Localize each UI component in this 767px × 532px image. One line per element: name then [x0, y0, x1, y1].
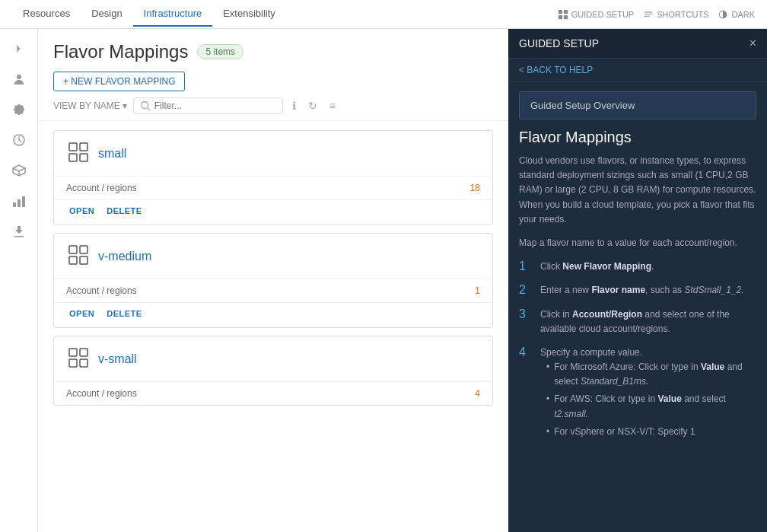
svg-rect-14	[80, 154, 88, 161]
search-box	[133, 97, 283, 114]
svg-rect-20	[80, 349, 88, 356]
flavor-card-vsmall: v-small Account / regions 4	[53, 336, 493, 406]
svg-rect-21	[69, 359, 77, 367]
guided-step-4: 4 Specify a compute value. For Microsoft…	[519, 346, 756, 442]
sidebar-box-icon[interactable]	[5, 157, 33, 184]
sidebar-settings-icon[interactable]	[5, 96, 33, 123]
items-badge: 5 items	[197, 44, 243, 59]
tab-resources[interactable]: Resources	[12, 2, 81, 27]
flavor-name-vmedium[interactable]: v-medium	[98, 250, 151, 263]
guided-setup-panel: GUIDED SETUP × < BACK TO HELP Guided Set…	[508, 29, 767, 532]
account-regions-label: Account / regions	[66, 183, 137, 193]
svg-rect-17	[69, 256, 77, 264]
svg-rect-2	[559, 14, 562, 18]
view-by-button[interactable]: VIEW BY NAME ▾	[53, 100, 127, 111]
list-view-icon[interactable]: ≡	[326, 98, 339, 113]
delete-button-small[interactable]: DELETE	[103, 205, 145, 217]
delete-button-vmedium[interactable]: DELETE	[103, 307, 145, 320]
dark-mode-btn[interactable]: DARK	[718, 9, 755, 20]
new-flavor-mapping-button[interactable]: + NEW FLAVOR MAPPING	[53, 72, 185, 91]
page-title: Flavor Mappings	[53, 41, 188, 62]
svg-rect-16	[80, 246, 88, 253]
sidebar-expand-icon[interactable]	[5, 35, 33, 62]
guided-step-1: 1 Click New Flavor Mapping.	[519, 260, 756, 274]
tab-extensibility[interactable]: Extensibility	[212, 2, 286, 27]
account-regions-value: 18	[470, 183, 480, 193]
tab-infrastructure[interactable]: Infrastructure	[133, 2, 213, 27]
content-area: Flavor Mappings 5 items + NEW FLAVOR MAP…	[38, 29, 508, 532]
left-sidebar	[0, 29, 38, 532]
page-header: Flavor Mappings 5 items + NEW FLAVOR MAP…	[38, 29, 508, 91]
account-regions-value-3: 4	[475, 388, 480, 399]
items-list: small Account / regions 18 OPEN DELETE	[38, 121, 508, 532]
account-regions-label-3: Account / regions	[66, 388, 137, 399]
guided-step-3: 3 Click in Account/Region and select one…	[519, 307, 756, 336]
svg-rect-1	[564, 9, 568, 13]
tab-design[interactable]: Design	[81, 2, 132, 27]
guided-panel-header: GUIDED SETUP ×	[508, 29, 767, 59]
shortcuts-nav-btn[interactable]: SHORTCUTS	[643, 9, 708, 20]
flavor-card-small: small Account / regions 18 OPEN DELETE	[53, 130, 493, 225]
open-button-vmedium[interactable]: OPEN	[66, 307, 97, 320]
toolbar: VIEW BY NAME ▾ ℹ ↻ ≡	[38, 91, 508, 121]
back-to-help-link[interactable]: < BACK TO HELP	[508, 59, 767, 82]
account-regions-value-2: 1	[475, 285, 480, 296]
svg-rect-7	[18, 199, 21, 207]
guided-body: Flavor Mappings Cloud vendors use flavor…	[508, 129, 767, 464]
guided-map-description: Map a flavor name to a value for each ac…	[519, 236, 756, 250]
svg-point-9	[142, 102, 148, 109]
svg-rect-3	[564, 14, 568, 18]
info-icon[interactable]: ℹ	[289, 98, 299, 113]
guided-setup-nav-btn[interactable]: GUIDED SETUP	[558, 9, 635, 20]
guided-overview-button[interactable]: Guided Setup Overview	[519, 91, 756, 119]
flavor-name-vsmall[interactable]: v-small	[98, 352, 137, 366]
sidebar-clock-icon[interactable]	[5, 126, 33, 154]
svg-point-4	[17, 75, 21, 79]
guided-section-title: Flavor Mappings	[519, 129, 756, 146]
svg-rect-0	[559, 9, 562, 13]
guided-step-2: 2 Enter a new Flavor name, such as StdSm…	[519, 283, 756, 298]
sidebar-download-icon[interactable]	[5, 218, 33, 245]
svg-rect-12	[80, 143, 88, 151]
svg-rect-19	[69, 349, 77, 356]
guided-panel-title: GUIDED SETUP	[519, 37, 599, 49]
sidebar-chart-icon[interactable]	[5, 187, 33, 215]
guided-close-button[interactable]: ×	[749, 37, 756, 50]
svg-rect-18	[80, 256, 88, 264]
refresh-icon[interactable]: ↻	[305, 98, 320, 113]
flavor-icon-vsmall	[66, 346, 91, 372]
guided-description: Cloud vendors use flavors, or instance t…	[519, 154, 756, 227]
search-input[interactable]	[154, 100, 276, 111]
svg-line-10	[147, 108, 150, 111]
search-icon	[140, 100, 151, 111]
flavor-card-vmedium: v-medium Account / regions 1 OPEN DELETE	[53, 233, 493, 328]
svg-rect-13	[69, 154, 77, 161]
flavor-icon-vmedium	[66, 243, 91, 269]
account-regions-label-2: Account / regions	[66, 285, 137, 296]
open-button-small[interactable]: OPEN	[66, 205, 97, 217]
svg-rect-6	[13, 202, 16, 207]
top-nav: Resources Design Infrastructure Extensib…	[0, 0, 767, 29]
svg-rect-15	[69, 246, 77, 253]
flavor-icon	[66, 140, 91, 167]
svg-rect-22	[80, 359, 88, 367]
svg-rect-8	[22, 196, 25, 207]
svg-rect-11	[69, 143, 77, 151]
main-layout: Flavor Mappings 5 items + NEW FLAVOR MAP…	[0, 29, 767, 532]
sidebar-users-icon[interactable]	[5, 65, 33, 93]
flavor-name-small[interactable]: small	[98, 147, 126, 161]
